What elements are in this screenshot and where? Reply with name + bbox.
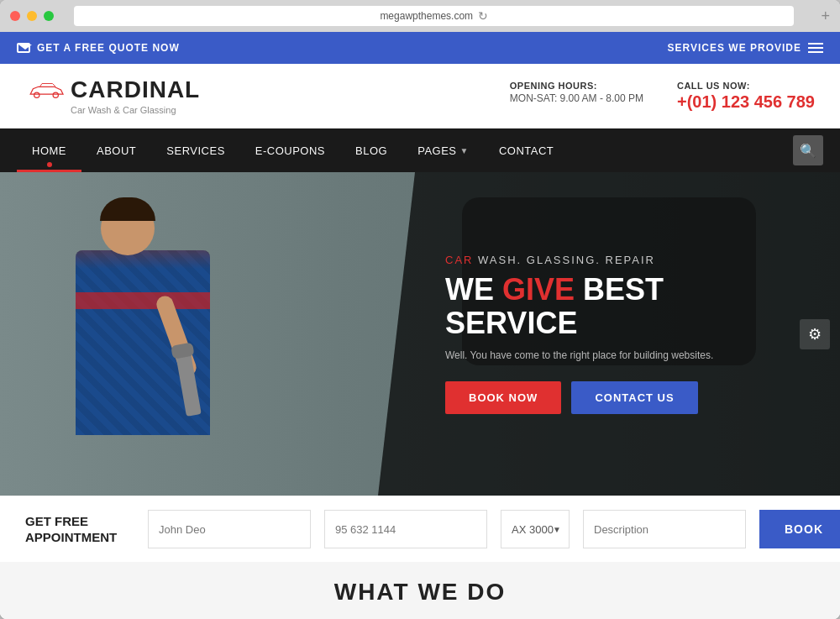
service-select[interactable]: AX 3000 Service A Service B [501, 510, 570, 548]
wrench-head [171, 342, 194, 359]
site-header: CARDINAL Car Wash & Car Glassing OPENING… [0, 64, 840, 129]
search-icon: 🔍 [800, 143, 816, 159]
mechanic-image [34, 185, 269, 496]
logo-text: CARDINAL [25, 76, 200, 103]
nav-item-ecoupons[interactable]: E-COUPONS [240, 129, 340, 172]
hero-subtitle: CAR WASH. GLASSING. REPAIR [445, 254, 798, 266]
phone-input[interactable] [324, 510, 487, 548]
nav-item-pages[interactable]: PAGES ▼ [402, 129, 484, 172]
section-title: WHAT WE DO [17, 579, 823, 606]
hero-content-panel: CAR WASH. GLASSING. REPAIR WE GIVE BEST … [378, 172, 840, 496]
minimize-button[interactable] [27, 11, 37, 21]
nav-item-services[interactable]: SERVICES [151, 129, 240, 172]
active-indicator [47, 162, 52, 167]
car-logo-icon [25, 77, 67, 102]
what-we-do-section: WHAT WE DO [0, 562, 840, 619]
nav-item-contact[interactable]: CONTACT [484, 129, 569, 172]
search-button[interactable]: 🔍 [793, 135, 823, 165]
browser-titlebar: megawpthemes.com ↻ + [0, 0, 840, 32]
phone-value[interactable]: +(01) 123 456 789 [677, 92, 815, 112]
address-bar[interactable]: megawpthemes.com ↻ [74, 6, 794, 26]
hours-label: OPENING HOURS: [510, 81, 643, 91]
browser-window: megawpthemes.com ↻ + GET A FREE QUOTE NO… [0, 0, 840, 619]
nav-links: HOME ABOUT SERVICES E-COUPONS BLOG PAGES [17, 129, 569, 172]
services-label[interactable]: SERVICES WE PROVIDE [668, 42, 801, 54]
book-now-button[interactable]: BOOK NOW [445, 381, 561, 414]
nav-item-blog[interactable]: BLOG [340, 129, 402, 172]
new-tab-button[interactable]: + [821, 8, 830, 25]
belt-strap [76, 292, 210, 309]
description-input[interactable] [583, 510, 746, 548]
svg-point-1 [53, 92, 58, 97]
book-appointment-button[interactable]: Book [759, 510, 840, 548]
envelope-icon [17, 43, 30, 53]
hero-section: CAR WASH. GLASSING. REPAIR WE GIVE BEST … [0, 172, 840, 496]
refresh-button[interactable]: ↻ [478, 9, 488, 23]
appointment-title: GET FREE APPOINTMENT [25, 513, 134, 546]
logo-tagline: Car Wash & Car Glassing [71, 105, 200, 115]
nav-item-home[interactable]: HOME [17, 129, 81, 172]
hero-accent: GIVE [502, 272, 575, 307]
opening-hours: OPENING HOURS: MON-SAT: 9.00 AM - 8.00 P… [510, 81, 643, 112]
hero-subtitle-text: CAR WASH. GLASSING. REPAIR [445, 254, 655, 266]
phone-info: CALL US NOW: +(01) 123 456 789 [677, 81, 815, 112]
phone-label: CALL US NOW: [677, 81, 815, 91]
hamburger-icon[interactable] [808, 43, 823, 53]
top-bar: GET A FREE QUOTE NOW SERVICES WE PROVIDE [0, 32, 840, 64]
close-button[interactable] [10, 11, 20, 21]
top-bar-left: GET A FREE QUOTE NOW [17, 42, 180, 54]
url-text: megawpthemes.com [380, 10, 473, 22]
subtitle-car: CAR [445, 254, 473, 266]
contact-us-button[interactable]: CONTACT US [571, 381, 697, 414]
top-bar-right: SERVICES WE PROVIDE [668, 42, 823, 54]
person-hair [100, 197, 155, 221]
logo-area: CARDINAL Car Wash & Car Glassing [25, 76, 200, 115]
service-select-wrapper: AX 3000 Service A Service B [501, 510, 570, 548]
website-content: GET A FREE QUOTE NOW SERVICES WE PROVIDE [0, 32, 840, 619]
hero-buttons: BOOK NOW CONTACT US [445, 381, 798, 414]
hours-value: MON-SAT: 9.00 AM - 8.00 PM [510, 92, 643, 104]
nav-item-about[interactable]: ABOUT [81, 129, 151, 172]
gear-icon: ⚙ [808, 325, 822, 344]
pages-dropdown-arrow: ▼ [460, 146, 469, 155]
hero-description: Well. You have come to the right place f… [445, 349, 798, 361]
settings-button[interactable]: ⚙ [800, 319, 830, 349]
person-head [101, 202, 155, 255]
quote-cta[interactable]: GET A FREE QUOTE NOW [37, 42, 180, 54]
navbar: HOME ABOUT SERVICES E-COUPONS BLOG PAGES [0, 129, 840, 172]
appointment-bar: GET FREE APPOINTMENT AX 3000 Service A S… [0, 496, 840, 562]
name-input[interactable] [148, 510, 311, 548]
maximize-button[interactable] [44, 11, 54, 21]
header-info: OPENING HOURS: MON-SAT: 9.00 AM - 8.00 P… [510, 81, 815, 112]
hero-title: WE GIVE BEST SERVICE [445, 273, 798, 339]
logo-name[interactable]: CARDINAL [71, 76, 200, 103]
svg-point-0 [34, 92, 39, 97]
